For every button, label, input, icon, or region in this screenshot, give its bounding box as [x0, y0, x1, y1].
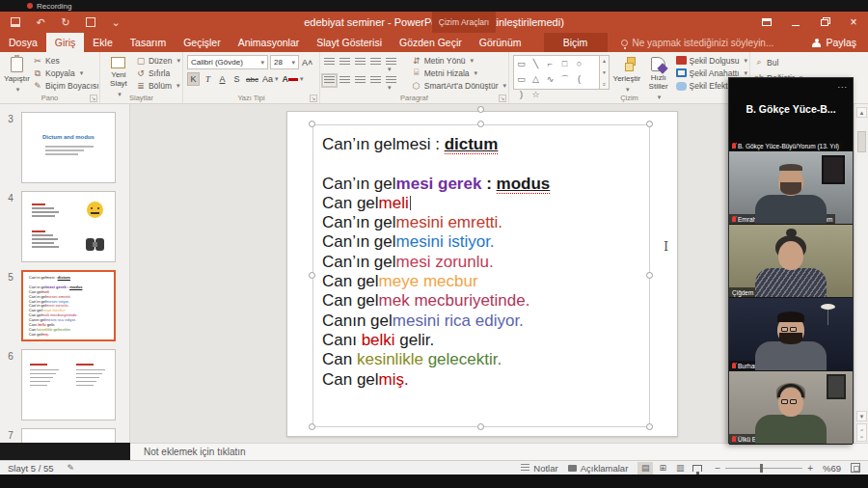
- redo-icon[interactable]: ↻: [60, 16, 71, 28]
- cut-button[interactable]: ✂Kes: [33, 55, 99, 67]
- normal-view-icon[interactable]: ▤: [637, 462, 653, 474]
- share-button[interactable]: Paylaş: [812, 33, 868, 52]
- font-dialog-launcher-icon[interactable]: ↘: [310, 95, 317, 102]
- selection-handle[interactable]: [309, 272, 315, 279]
- customize-qat-icon[interactable]: ⌄: [110, 16, 122, 28]
- video-tile-burhan[interactable]: Burhan Can: [729, 298, 853, 371]
- video-tile-active-speaker[interactable]: ... B. Gökçe Yüce-B... B. Gökçe Yüce-Büy…: [729, 78, 853, 151]
- font-name-combo[interactable]: Calibri (Gövde): [187, 55, 268, 69]
- shape-glyph[interactable]: ○: [574, 57, 584, 71]
- underline-icon[interactable]: A: [216, 72, 229, 86]
- slide-thumbnail-6[interactable]: 6: [0, 349, 116, 420]
- zoom-slider[interactable]: [725, 468, 802, 469]
- editor-scrollbar[interactable]: ▲ ▼ « »: [854, 104, 868, 443]
- reset-button[interactable]: ↺Sıfırla: [136, 68, 180, 79]
- slide-thumbnail-3[interactable]: 3Dictum and modus: [0, 112, 116, 183]
- shape-glyph[interactable]: ⌒: [559, 72, 570, 87]
- quick-styles-button[interactable]: Hızlı Stiller: [644, 55, 673, 92]
- section-button[interactable]: ≣Bölüm: [136, 80, 180, 92]
- selection-handle[interactable]: [309, 423, 315, 430]
- slide-thumbnail-7[interactable]: 7: [0, 428, 116, 443]
- columns-icon[interactable]: [386, 76, 396, 85]
- thumbnail-preview[interactable]: [21, 349, 116, 420]
- clipboard-dialog-launcher-icon[interactable]: ↘: [90, 95, 97, 102]
- selection-handle[interactable]: [309, 121, 315, 127]
- thumbnail-preview[interactable]: [21, 191, 116, 262]
- video-tile-ulku[interactable]: Ülkü ELİUZ-Büyü/Yorum: [729, 371, 853, 445]
- grow-font-icon[interactable]: A˄: [301, 56, 313, 69]
- ribbon-display-options-icon[interactable]: [752, 12, 781, 33]
- selection-handle[interactable]: [646, 272, 653, 279]
- font-color-icon[interactable]: A: [281, 72, 304, 86]
- smartart-button[interactable]: ⬡SmartArt'a Dönüştür: [412, 81, 506, 92]
- slide-thumbnail-4[interactable]: 4: [0, 191, 116, 262]
- notes-toggle-button[interactable]: Notlar: [521, 463, 557, 474]
- align-text-button[interactable]: ⌸Metni Hizala: [412, 68, 506, 78]
- shape-glyph[interactable]: ⌐: [545, 57, 556, 71]
- thumbnail-preview[interactable]: Can’ın gelmesi : dictum Can’ın gelmesi g…: [21, 270, 116, 341]
- video-call-panel[interactable]: ... B. Gökçe Yüce-B... B. Gökçe Yüce-Büy…: [728, 77, 854, 444]
- tab-dosya[interactable]: Dosya: [0, 33, 46, 52]
- selection-handle[interactable]: [477, 106, 484, 113]
- arrange-button[interactable]: Yerleştir: [612, 55, 641, 92]
- line-spacing-icon[interactable]: [386, 58, 396, 67]
- comments-toggle-button[interactable]: Açıklamalar: [568, 463, 629, 474]
- selection-handle[interactable]: [477, 121, 484, 127]
- font-size-combo[interactable]: 28: [270, 55, 299, 69]
- undo-icon[interactable]: ↶: [35, 16, 46, 28]
- thumbnail-preview[interactable]: Dictum and modus: [21, 112, 116, 183]
- layout-button[interactable]: ▢Düzen: [136, 55, 180, 67]
- close-icon[interactable]: ×: [839, 12, 868, 33]
- decrease-indent-icon[interactable]: [355, 58, 366, 67]
- align-center-icon[interactable]: [339, 76, 350, 85]
- tab-slayt-gösterisi[interactable]: Slayt Gösterisi: [308, 33, 391, 52]
- shape-glyph[interactable]: □: [559, 57, 570, 71]
- paragraph-dialog-launcher-icon[interactable]: ↘: [499, 95, 506, 102]
- slide-text[interactable]: Can’ın gelmesi : dictum Can’ın gelmesi g…: [322, 135, 550, 390]
- save-icon[interactable]: [10, 16, 21, 28]
- notes-placeholder[interactable]: Not eklemek için tıklatın: [130, 447, 246, 457]
- slide-thumbnail-panel[interactable]: 3Dictum and modus45Can’ın gelmesi : dict…: [0, 104, 130, 443]
- fit-slide-to-window-icon[interactable]: [851, 463, 860, 473]
- thumbnail-preview[interactable]: [21, 428, 116, 443]
- justify-icon[interactable]: [370, 76, 381, 85]
- find-button[interactable]: ⌕Bul: [754, 56, 802, 68]
- spell-check-icon[interactable]: ✎: [68, 463, 75, 473]
- scroll-up-icon[interactable]: ▲: [856, 107, 867, 118]
- shapes-gallery[interactable]: ▭╲⌐□○▭△∿⌒()☆: [513, 55, 600, 90]
- tab-görünüm[interactable]: Görünüm: [471, 33, 530, 52]
- shape-glyph[interactable]: (: [574, 72, 584, 87]
- video-tile-emrah[interactable]: Emrah SEFEROĞLU-Büyü/Yorum: [729, 151, 853, 225]
- italic-icon[interactable]: T: [202, 72, 214, 86]
- shape-glyph[interactable]: ▭: [516, 57, 527, 71]
- shape-glyph[interactable]: ∿: [545, 72, 556, 87]
- tab-geçişler[interactable]: Geçişler: [175, 33, 230, 52]
- start-slideshow-icon[interactable]: [85, 16, 96, 28]
- strikethrough-icon[interactable]: abc: [245, 72, 259, 86]
- slide-canvas[interactable]: Can’ın gelmesi : dictum Can’ın gelmesi g…: [286, 111, 678, 437]
- tab-ekle[interactable]: Ekle: [84, 33, 121, 52]
- align-right-icon[interactable]: [355, 76, 366, 85]
- minimize-icon[interactable]: [781, 12, 810, 33]
- zoom-in-icon[interactable]: +: [807, 463, 813, 474]
- zoom-level[interactable]: %69: [823, 463, 841, 474]
- copy-button[interactable]: ⧉Kopyala: [33, 68, 99, 79]
- scroll-down-icon[interactable]: ▼: [856, 411, 867, 421]
- paste-button[interactable]: Yapıştır: [4, 55, 30, 92]
- selection-handle[interactable]: [646, 121, 653, 127]
- selection-handle[interactable]: [646, 423, 653, 430]
- notes-bar[interactable]: Not eklemek için tıklatın: [130, 443, 868, 460]
- numbering-icon[interactable]: [339, 58, 350, 67]
- scroll-thumb[interactable]: [857, 131, 866, 152]
- tab-gözden-geçir[interactable]: Gözden Geçir: [391, 33, 471, 52]
- tab-giriş[interactable]: Giriş: [46, 33, 85, 52]
- shape-glyph[interactable]: ╲: [530, 57, 541, 71]
- bold-icon[interactable]: K: [187, 72, 200, 86]
- shapes-gallery-scroll[interactable]: ▲▼≡: [600, 55, 610, 90]
- slide-sorter-view-icon[interactable]: ⊞: [655, 462, 670, 474]
- align-left-icon[interactable]: [324, 76, 335, 85]
- reading-view-icon[interactable]: ▥: [672, 462, 688, 474]
- restore-icon[interactable]: [810, 12, 839, 33]
- bullets-icon[interactable]: [324, 58, 335, 67]
- tell-me-box[interactable]: Ne yapmak istediğinizi söyleyin...: [621, 33, 774, 52]
